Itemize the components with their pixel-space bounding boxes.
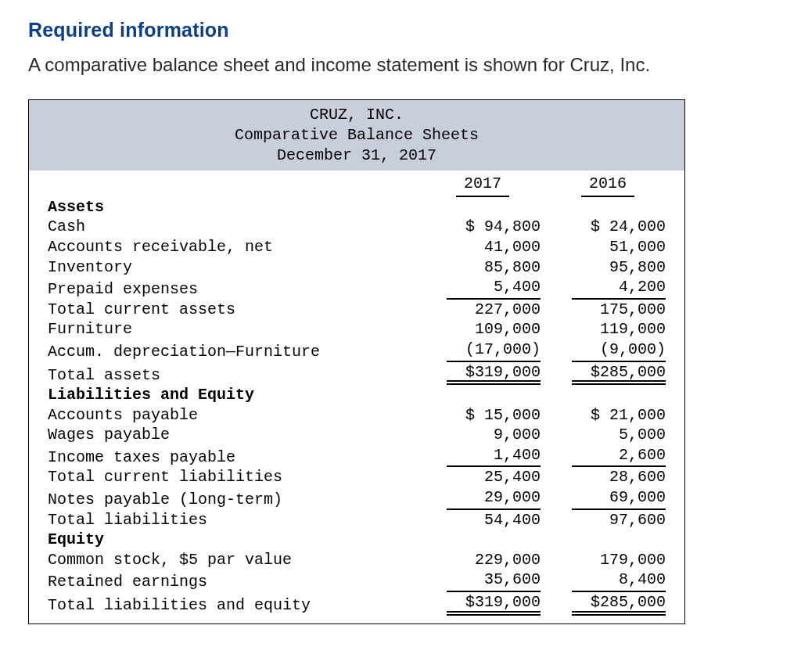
table-row: Common stock, $5 par value 229,000 179,0… [29,550,684,570]
row-value-2017: 25,400 [447,467,541,487]
balance-sheet-table: CRUZ, INC. Comparative Balance Sheets De… [28,99,685,623]
row-label: Prepaid expenses [48,279,420,300]
row-label: Inventory [48,257,420,278]
table-row: Accum. depreciation—Furniture (17,000) (… [29,340,684,362]
table-row: Prepaid expenses 5,400 4,200 [29,277,684,300]
row-value-2016: 8,400 [572,570,666,592]
row-value-2016: $ 21,000 [572,405,666,426]
row-value-2017: $ 94,800 [447,217,541,237]
row-label: Total assets [48,365,420,386]
sheet-date: December 31, 2017 [29,146,684,166]
table-row: Total assets $319,000 $285,000 [29,362,684,386]
table-row: Retained earnings 35,600 8,400 [29,570,684,592]
row-label: Notes payable (long-term) [48,490,420,510]
row-value-2017: 5,400 [447,277,541,300]
row-label: Furniture [48,319,420,340]
row-value-2016: $ 24,000 [572,217,666,237]
row-value-2016: $285,000 [572,592,666,616]
row-value-2016: 4,200 [572,277,666,300]
row-value-2017: $319,000 [447,592,541,616]
row-value-2016: 5,000 [572,425,666,445]
row-value-2016: 119,000 [572,319,666,340]
table-row: Total current liabilities 25,400 28,600 [29,467,684,487]
row-value-2017: 229,000 [447,550,541,570]
row-value-2016: 175,000 [572,300,666,320]
row-label: Cash [48,217,420,237]
row-value-2017: (17,000) [447,340,541,362]
assets-heading: Assets [48,197,420,217]
table-row: Furniture 109,000 119,000 [29,319,684,340]
row-value-2017: 109,000 [447,319,541,340]
row-value-2017: 35,600 [447,570,541,592]
row-value-2017: 1,400 [447,445,541,468]
table-row: Income taxes payable 1,400 2,600 [29,445,684,468]
row-label: Total liabilities and equity [48,595,420,616]
row-label: Accum. depreciation—Furniture [48,342,420,362]
row-value-2016: 97,600 [572,510,666,530]
row-value-2016: 51,000 [572,237,666,257]
table-row: Total current assets 227,000 175,000 [29,300,684,320]
row-value-2016: $285,000 [572,362,666,386]
intro-text: A comparative balance sheet and income s… [28,52,778,77]
row-label: Total liabilities [48,510,420,530]
table-row: Notes payable (long-term) 29,000 69,000 [29,487,684,510]
liab-eq-heading: Liabilities and Equity [48,385,420,405]
row-label: Income taxes payable [48,447,420,468]
section-heading: Required information [28,19,778,41]
table-row: Wages payable 9,000 5,000 [29,425,684,445]
row-label: Total current assets [48,300,420,320]
row-value-2017: 9,000 [447,425,541,445]
company-name: CRUZ, INC. [29,105,684,125]
row-label: Accounts payable [48,405,420,426]
table-row: Total liabilities and equity $319,000 $2… [29,592,684,623]
row-value-2016: (9,000) [572,340,666,362]
row-value-2016: 95,800 [572,257,666,278]
year-header-row: 2017 2016 [29,171,684,197]
table-row: Inventory 85,800 95,800 [29,257,684,278]
year-2017: 2017 [456,171,509,197]
row-value-2016: 2,600 [572,445,666,468]
row-label: Retained earnings [48,572,420,592]
row-value-2016: 28,600 [572,467,666,487]
table-row: Cash $ 94,800 $ 24,000 [29,217,684,237]
row-value-2017: 29,000 [447,487,541,510]
row-label: Wages payable [48,425,420,445]
row-value-2017: 54,400 [447,510,541,530]
row-value-2016: 69,000 [572,487,666,510]
row-value-2017: $319,000 [447,362,541,386]
year-2016: 2016 [581,171,634,197]
table-row: Accounts receivable, net 41,000 51,000 [29,237,684,257]
row-value-2017: 41,000 [447,237,541,257]
sheet-header: CRUZ, INC. Comparative Balance Sheets De… [29,100,684,171]
row-value-2017: 227,000 [447,300,541,320]
table-row: Accounts payable $ 15,000 $ 21,000 [29,405,684,426]
sheet-title: Comparative Balance Sheets [29,125,684,146]
table-row: Total liabilities 54,400 97,600 [29,510,684,530]
row-label: Accounts receivable, net [48,237,420,257]
row-label: Total current liabilities [48,467,420,487]
row-value-2016: 179,000 [572,550,666,570]
row-label: Common stock, $5 par value [48,550,420,570]
equity-heading: Equity [48,530,420,550]
row-value-2017: $ 15,000 [447,405,541,426]
row-value-2017: 85,800 [447,257,541,278]
